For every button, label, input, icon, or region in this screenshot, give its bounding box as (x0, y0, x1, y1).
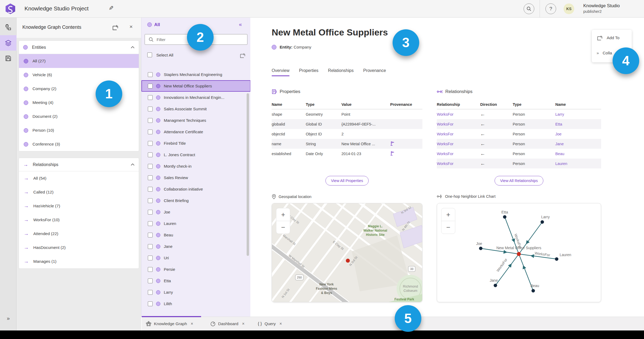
linkchart-zoom-control[interactable]: + − (441, 208, 455, 234)
zoom-in-button[interactable]: + (446, 211, 450, 219)
map-canvas[interactable]: W Clay St Marshall St W Marshall St E Cl… (272, 203, 422, 302)
list-item[interactable]: Staplers Mechanical Engineering (141, 69, 251, 80)
relationship-type-item[interactable]: → WorksFor (10) (19, 213, 139, 227)
list-item[interactable]: Innovations in Mechanical Engin... (141, 92, 251, 103)
relationship-type-item[interactable]: → Called (12) (19, 185, 139, 199)
item-checkbox[interactable] (148, 175, 153, 180)
relationship-link[interactable]: WorksFor (437, 112, 480, 116)
avatar[interactable]: KS (564, 3, 574, 14)
item-checkbox[interactable] (148, 279, 153, 283)
detail-tab[interactable]: Properties (299, 68, 319, 76)
item-checkbox[interactable] (148, 221, 153, 226)
list-item[interactable]: Jane (141, 241, 251, 252)
entity-type-item[interactable]: Document (2) (19, 110, 139, 123)
list-item[interactable]: Collaboration initiative (141, 183, 251, 195)
item-checkbox[interactable] (148, 84, 153, 88)
tab-knowledge-graph[interactable]: Knowledge Graph × (146, 317, 193, 331)
detail-tab[interactable]: Relationships (328, 68, 354, 76)
list-item[interactable]: Lauren (141, 218, 251, 229)
map-marker[interactable] (346, 259, 350, 263)
zoom-in-button[interactable]: + (281, 211, 285, 219)
list-item[interactable]: Joe (141, 206, 251, 218)
node-beau[interactable] (532, 289, 535, 293)
list-item[interactable]: Larry (141, 286, 251, 298)
item-checkbox[interactable] (148, 95, 153, 100)
map-zoom-control[interactable]: + − (276, 208, 290, 234)
select-all-checkbox[interactable] (147, 53, 152, 57)
relationship-type-item[interactable]: → HasDocument (2) (19, 241, 139, 255)
edit-title-icon[interactable]: ✎ (109, 5, 113, 12)
entity-type-item[interactable]: All (27) (19, 54, 139, 68)
zoom-out-button[interactable]: − (281, 223, 285, 231)
list-item[interactable]: New Metal Office Suppliers (141, 80, 251, 92)
entity-type-item[interactable]: Conference (3) (19, 137, 139, 151)
detail-tab[interactable]: Overview (272, 68, 290, 76)
link-chart-canvas[interactable]: WorksFor WorksFor WorksFor (437, 203, 601, 302)
rail-hierarchy-button[interactable] (0, 20, 17, 35)
node-etta[interactable] (503, 215, 507, 219)
relationships-header[interactable]: → Relationships (19, 158, 139, 171)
help-button[interactable]: ? (545, 3, 556, 14)
relationship-name-link[interactable]: Joe (555, 132, 601, 136)
item-checkbox[interactable] (148, 72, 153, 77)
list-item[interactable]: Managment Techniques (141, 115, 251, 126)
relationship-name-link[interactable]: Etta (555, 122, 601, 126)
add-to-button[interactable]: Add To (597, 35, 619, 41)
list-item[interactable]: Persie (141, 264, 251, 275)
relationship-type-item[interactable]: → Manages (1) (19, 255, 139, 268)
list-item[interactable]: Attendance Certificate (141, 126, 251, 138)
link-chart-card[interactable]: WorksFor WorksFor WorksFor (437, 203, 601, 302)
close-tab-icon[interactable]: × (279, 321, 282, 326)
search-button[interactable] (524, 3, 534, 14)
relationship-link[interactable]: WorksFor (437, 132, 480, 136)
add-entity-button[interactable] (239, 52, 246, 60)
item-checkbox[interactable] (148, 118, 153, 123)
relationship-name-link[interactable]: Jane (555, 142, 601, 146)
rail-expand-button[interactable]: » (0, 313, 17, 324)
list-item[interactable]: L. Jones Contract (141, 149, 251, 160)
relationship-link[interactable]: WorksFor (437, 122, 480, 126)
relationship-name-link[interactable]: Larry (555, 112, 601, 116)
tab-dashboard[interactable]: Dashboard × (210, 317, 244, 331)
relationship-link[interactable]: WorksFor (437, 142, 480, 146)
zoom-out-button[interactable]: − (446, 223, 450, 231)
close-panel-button[interactable]: × (129, 23, 133, 30)
list-item[interactable]: Etta (141, 275, 251, 286)
relationship-type-item[interactable]: → HasVehicle (7) (19, 199, 139, 213)
relationship-name-link[interactable]: Lauren (555, 162, 601, 166)
node-lauren[interactable] (555, 257, 559, 261)
relationship-link[interactable]: WorksFor (437, 152, 480, 156)
item-checkbox[interactable] (148, 290, 153, 295)
item-checkbox[interactable] (148, 152, 153, 157)
item-checkbox[interactable] (148, 187, 153, 192)
add-layer-button[interactable] (112, 24, 119, 32)
relationship-name-link[interactable]: Beau (555, 152, 601, 156)
rail-save-button[interactable] (0, 51, 17, 66)
item-checkbox[interactable] (148, 141, 153, 146)
rail-layers-button[interactable] (0, 35, 17, 51)
close-tab-icon[interactable]: × (242, 321, 244, 326)
item-checkbox[interactable] (148, 130, 153, 134)
item-checkbox[interactable] (148, 210, 153, 215)
item-checkbox[interactable] (148, 233, 153, 237)
entity-type-item[interactable]: Vehicle (6) (19, 68, 139, 82)
list-item[interactable]: Beau (141, 229, 251, 241)
node-larry[interactable] (541, 220, 544, 224)
item-checkbox[interactable] (148, 244, 153, 249)
node-center[interactable] (517, 252, 521, 256)
close-tab-icon[interactable]: × (191, 321, 193, 326)
list-scrollbar[interactable] (247, 93, 249, 256)
collapse-button[interactable]: » Colla (597, 51, 612, 55)
list-item[interactable]: Montly check-in (141, 160, 251, 172)
list-item[interactable]: Lilith (141, 298, 251, 309)
relationship-link[interactable]: WorksFor (437, 162, 480, 166)
list-item[interactable]: Sales Associate Summit (141, 103, 251, 115)
collapse-panel-button[interactable]: « (239, 21, 242, 27)
item-checkbox[interactable] (148, 267, 153, 272)
detail-tab[interactable]: Provenance (363, 68, 386, 76)
list-item[interactable]: Client Briefing (141, 195, 251, 206)
provenance-flag-icon[interactable] (390, 141, 422, 147)
node-jane[interactable] (494, 284, 497, 287)
item-checkbox[interactable] (148, 256, 153, 260)
list-item[interactable]: Uri (141, 252, 251, 264)
